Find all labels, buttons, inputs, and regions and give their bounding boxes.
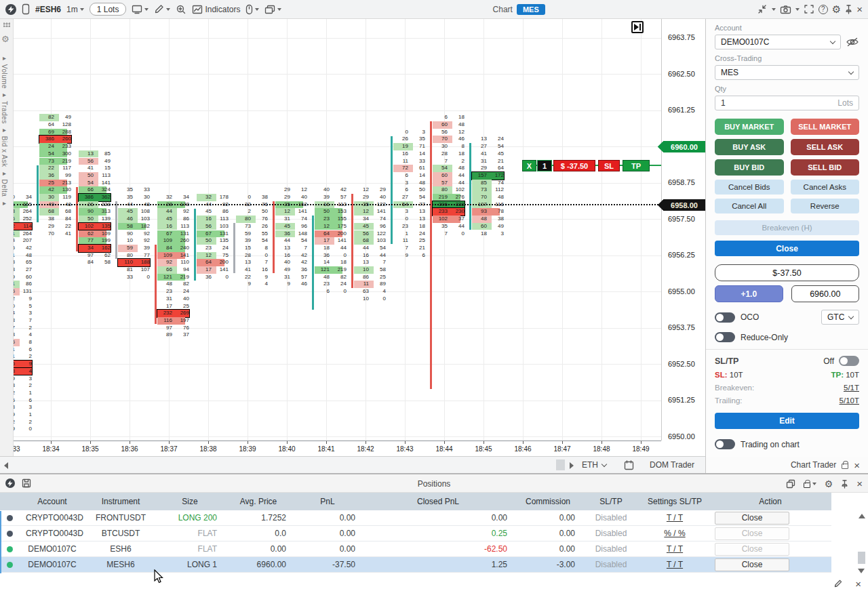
chevron-down-icon[interactable] <box>795 8 800 13</box>
column-header[interactable]: Size <box>156 497 224 506</box>
buy-market-button[interactable]: BUY MARKET <box>715 119 784 135</box>
tif-select[interactable]: GTC <box>821 310 859 325</box>
edit-button[interactable]: Edit <box>715 413 859 429</box>
close-position-button[interactable]: Close <box>715 558 789 571</box>
sltp-settings-link[interactable]: T / T <box>667 513 683 523</box>
lock-menu[interactable] <box>804 480 816 488</box>
column-header[interactable]: Settings SL/TP <box>640 497 709 506</box>
sltp-settings-link[interactable]: T / T <box>667 560 683 569</box>
close-icon[interactable]: × <box>854 460 860 470</box>
scroll-left-icon[interactable] <box>4 462 8 469</box>
scroll-right-icon[interactable] <box>570 462 574 469</box>
take-profit-button[interactable]: TP <box>623 160 650 171</box>
column-header[interactable]: Closed PnL <box>362 497 514 506</box>
eye-slash-icon[interactable] <box>846 37 859 47</box>
collapse-icon[interactable] <box>757 4 768 14</box>
cancel-bids-button[interactable]: Cancel Bids <box>715 180 784 195</box>
position-row[interactable]: CRYPTO0043DFRONTUSDTLONG 2001.72520.000.… <box>0 510 831 526</box>
account-select[interactable]: DEMO0107C <box>715 35 841 49</box>
time-axis[interactable]: 18:3318:3418:3518:3618:3718:3818:3918:40… <box>14 441 661 455</box>
position-row[interactable]: DEMO0107CMESH6LONG 16960.00-37.501.25-3.… <box>0 557 831 573</box>
reverse-button[interactable]: Reverse <box>791 199 860 213</box>
drag-handle-icon[interactable] <box>3 22 10 27</box>
sell-bid-button[interactable]: SELL BID <box>791 159 860 176</box>
column-header[interactable]: SL/TP <box>582 497 640 506</box>
sltp-settings-link[interactable]: T / T <box>667 544 683 554</box>
oco-toggle[interactable] <box>715 312 735 323</box>
pin-icon[interactable] <box>841 479 848 489</box>
help-icon[interactable]: ? <box>818 5 828 14</box>
buy-ask-button[interactable]: BUY ASK <box>715 139 784 155</box>
drawing-tools[interactable] <box>154 4 170 14</box>
settings-gear-icon[interactable]: ⚙ <box>832 4 841 14</box>
qty-input[interactable]: 1 Lots <box>715 96 859 110</box>
sell-market-button[interactable]: SELL MARKET <box>791 119 860 135</box>
indicators-button[interactable]: Indicators <box>192 5 240 14</box>
chevron-down-icon[interactable] <box>772 8 776 13</box>
gear-icon[interactable]: ⚙ <box>825 479 833 489</box>
breakeven-button[interactable]: Breakeven (H) <box>715 220 859 235</box>
lots-input[interactable]: 1 Lots <box>90 3 127 16</box>
position-row[interactable]: CRYPTO0043DBTCUSDTFLAT0.00.000.250.00Dis… <box>0 526 831 541</box>
sltp-settings-link[interactable]: % / % <box>664 529 685 538</box>
timeframe-selector[interactable]: 1m <box>66 5 84 14</box>
scroll-up-icon[interactable] <box>859 514 865 518</box>
cross-trading-select[interactable]: MES <box>715 65 859 80</box>
column-header[interactable]: Avg. Price <box>224 497 293 506</box>
footprint-cell: 2859 <box>14 361 32 368</box>
layout-selector[interactable] <box>264 5 281 14</box>
close-position-button[interactable]: Close <box>715 241 859 256</box>
close-position-button[interactable]: Close <box>715 512 789 525</box>
scrollbar-thumb[interactable] <box>556 459 565 470</box>
scroll-down-icon[interactable] <box>858 569 865 573</box>
column-header[interactable]: Action <box>709 497 831 506</box>
entry-price-field[interactable]: 6960.00 <box>791 285 860 302</box>
close-icon[interactable]: × <box>855 579 861 589</box>
session-selector[interactable]: ETH <box>582 460 606 470</box>
footprint-cell: 2324 <box>157 288 189 295</box>
symbol-selector[interactable]: #ESH6 <box>35 5 61 14</box>
cancel-asks-button[interactable]: Cancel Asks <box>791 180 860 195</box>
close-icon[interactable]: × <box>856 4 863 14</box>
tab-dom-trader[interactable]: DOM Trader <box>650 460 694 470</box>
position-row[interactable]: DEMO0107CESH6FLAT0.000.00-62.500.00Disab… <box>0 541 831 557</box>
chart-plot[interactable]: X 1 $ -37.50 SL TP 034111655826476252821… <box>14 19 661 441</box>
price-axis[interactable]: 6960.00 6958.00 6963.756962.506961.25695… <box>661 19 705 441</box>
column-header[interactable]: Commission <box>514 497 582 506</box>
sltp-toggle[interactable] <box>839 356 859 366</box>
cursor-selector[interactable] <box>245 4 259 15</box>
scrollbar-thumb[interactable] <box>858 552 865 564</box>
calendar-icon[interactable] <box>624 460 634 470</box>
close-icon[interactable]: × <box>856 478 863 489</box>
step-button[interactable]: +1.0 <box>715 285 783 302</box>
trailing-value[interactable]: 5/10T <box>840 396 859 405</box>
device-icon[interactable] <box>22 3 30 15</box>
templates-selector[interactable] <box>132 4 149 14</box>
buy-bid-button[interactable]: BUY BID <box>715 159 784 176</box>
fullscreen-icon[interactable] <box>804 4 814 14</box>
trading-on-chart-toggle[interactable] <box>715 439 735 449</box>
camera-icon[interactable] <box>780 5 791 14</box>
cancel-all-button[interactable]: Cancel All <box>715 199 784 213</box>
footprint-cell: 4882 <box>157 281 189 288</box>
column-header[interactable]: Instrument <box>85 497 156 506</box>
save-icon[interactable] <box>22 478 31 488</box>
column-header[interactable]: Account <box>19 497 85 506</box>
position-close-button[interactable]: X <box>522 160 536 171</box>
breakeven-value[interactable]: 5/1T <box>844 384 859 392</box>
duplicate-icon[interactable] <box>786 479 795 489</box>
positions-scrollbar[interactable] <box>856 512 867 575</box>
pin-icon[interactable] <box>845 4 852 14</box>
sidebar-panel-labels[interactable]: ▸ Volume ▸ Trades ▸ Bid x Ask ▸ Delta ▸ <box>1 54 8 207</box>
column-header[interactable]: PnL <box>293 497 362 506</box>
replay-button[interactable] <box>631 21 644 33</box>
edit-pencil-icon[interactable] <box>833 579 843 588</box>
lock-icon[interactable] <box>842 464 848 469</box>
stop-loss-button[interactable]: SL <box>598 160 620 171</box>
reduce-only-toggle[interactable] <box>715 332 735 342</box>
zoom-icon[interactable] <box>176 4 186 15</box>
gear-icon[interactable]: ⚙ <box>1 34 9 44</box>
sell-ask-button[interactable]: SELL ASK <box>791 139 860 155</box>
footprint-cell: 3234 <box>157 194 189 201</box>
link-group-badge[interactable]: MES <box>517 4 545 15</box>
